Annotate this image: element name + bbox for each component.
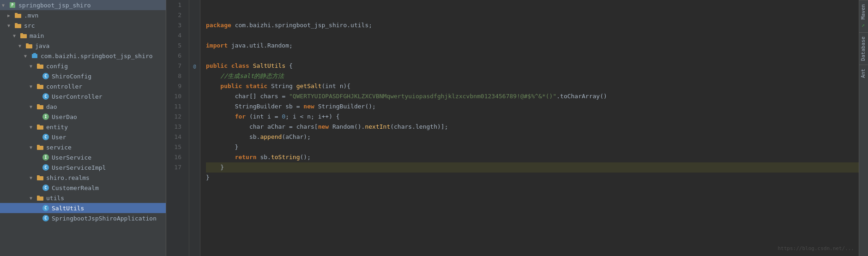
folder-icon-mvn <box>14 12 22 19</box>
ant-label: Ant <box>860 69 866 78</box>
svg-rect-15 <box>37 84 40 86</box>
gutter-cell-10 <box>189 91 200 101</box>
arrow-src: ▼ <box>7 23 14 28</box>
tree-item-SpringbootJspShiroApplication[interactable]: CSpringbootJspShiroApplication <box>0 213 166 223</box>
gutter-cell-17 <box>189 162 200 173</box>
tree-item-UserServiceImpl[interactable]: CUserServiceImpl <box>0 162 166 173</box>
folder-icon-main <box>19 32 28 39</box>
tree-item-ShiroConfig[interactable]: CShiroConfig <box>0 71 166 81</box>
tree-item-service[interactable]: ▼service <box>0 142 166 152</box>
svg-rect-21 <box>37 145 40 147</box>
class-i-icon-UserService: I <box>42 154 50 161</box>
class-c-icon-ShiroConfig: C <box>42 72 50 80</box>
tree-label-main: main <box>30 32 164 39</box>
code-line-5: public class SaltUtils { <box>206 61 859 71</box>
tree-label-SaltUtils: SaltUtils <box>52 205 164 212</box>
class-c-icon-UserServiceImpl: C <box>42 164 50 171</box>
tree-item-dao[interactable]: ▼dao <box>0 101 166 112</box>
folder-icon-dao <box>36 103 44 110</box>
package-icon-com_pkg <box>30 52 39 60</box>
code-line-3: import java.util.Random; <box>206 41 859 51</box>
folder-icon-entity <box>36 123 44 131</box>
code-line-13: } <box>206 142 859 152</box>
tree-label-springboot_jsp_shiro: springboot_jsp_shiro <box>18 2 164 9</box>
tree-label-shiro_realms: shiro.realms <box>46 174 164 181</box>
tree-item-entity[interactable]: ▼entity <box>0 122 166 132</box>
svg-rect-19 <box>37 125 40 126</box>
gutter-cell-12 <box>189 112 200 122</box>
tree-label-mvn: .mvn <box>24 12 164 19</box>
code-line-6: //生成salt的静态方法 <box>206 71 859 81</box>
tree-item-SaltUtils[interactable]: CSaltUtils <box>0 203 166 213</box>
folder-icon-config <box>36 62 44 70</box>
svg-rect-5 <box>15 23 18 25</box>
folder-icon-src <box>14 22 22 29</box>
line-number-13: 13 <box>166 122 185 132</box>
arrow-controller: ▼ <box>30 84 36 89</box>
tree-item-shiro_realms[interactable]: ▼shiro.realms <box>0 173 166 183</box>
tree-item-UserController[interactable]: CUserController <box>0 91 166 101</box>
arrow-service: ▼ <box>30 145 36 150</box>
arrow-entity: ▼ <box>30 125 36 130</box>
gutter-cell-3 <box>189 20 200 30</box>
gutter-cell-4 <box>189 30 200 41</box>
tree-item-UserService[interactable]: IUserService <box>0 152 166 162</box>
gutter-cell-9 <box>189 81 200 91</box>
project-icon-springboot_jsp_shiro: P <box>8 1 17 9</box>
tree-item-java[interactable]: ▼java <box>0 41 166 51</box>
svg-rect-3 <box>15 13 18 15</box>
gutter-cell-2 <box>189 10 200 20</box>
line-number-5: 5 <box>166 41 185 51</box>
tree-item-User[interactable]: CUser <box>0 132 166 142</box>
tree-item-main[interactable]: ▼main <box>0 30 166 41</box>
line-number-16: 16 <box>166 152 185 162</box>
line-number-17: 17 <box>166 162 185 173</box>
line-number-6: 6 <box>166 51 185 61</box>
arrow-dao: ▼ <box>30 104 36 109</box>
tree-label-entity: entity <box>46 124 164 131</box>
svg-rect-17 <box>37 104 40 106</box>
gutter-cell-1 <box>189 0 200 10</box>
gutter-cell-8 <box>189 71 200 81</box>
class-c-icon-User: C <box>42 133 50 141</box>
arrow-springboot_jsp_shiro: ▼ <box>2 3 8 8</box>
tree-item-springboot_jsp_shiro[interactable]: ▼Pspringboot_jsp_shiro <box>0 0 166 10</box>
tree-label-java: java <box>35 42 164 49</box>
gutter-cell-11 <box>189 101 200 112</box>
svg-rect-13 <box>37 64 40 65</box>
tree-item-config[interactable]: ▼config <box>0 61 166 71</box>
code-line-8: char[] chars = "QWERTYUIOPASDFGHJKLZXCVB… <box>206 91 859 101</box>
tree-label-UserDao: UserDao <box>52 113 164 120</box>
tree-item-UserDao[interactable]: IUserDao <box>0 112 166 122</box>
file-tree[interactable]: ▼Pspringboot_jsp_shiro▶.mvn▼src▼main▼jav… <box>0 0 166 256</box>
arrow-config: ▼ <box>30 64 36 69</box>
maven-tab[interactable]: ✓ Maven <box>859 0 868 32</box>
tree-item-src[interactable]: ▼src <box>0 20 166 30</box>
tree-label-dao: dao <box>46 103 164 110</box>
line-number-14: 14 <box>166 132 185 142</box>
arrow-com_pkg: ▼ <box>24 54 30 59</box>
tree-item-com_pkg[interactable]: ▼com.baizhi.springboot_jsp_shiro <box>0 51 166 61</box>
code-line-4 <box>206 51 859 61</box>
code-line-1: package com.baizhi.springboot_jsp_shiro.… <box>206 20 859 30</box>
line-number-10: 10 <box>166 91 185 101</box>
svg-rect-7 <box>20 33 23 35</box>
svg-rect-11 <box>33 53 36 55</box>
code-line-15: } <box>206 162 859 173</box>
code-line-14: return sb.toString(); <box>206 152 859 162</box>
line-number-11: 11 <box>166 101 185 112</box>
svg-text:P: P <box>12 3 14 7</box>
tree-item-CustomerRealm[interactable]: CCustomerRealm <box>0 183 166 193</box>
code-line-7: public static String getSalt(int n){ <box>206 81 859 91</box>
tree-item-controller[interactable]: ▼controller <box>0 81 166 91</box>
database-tab[interactable]: Database <box>859 32 868 65</box>
editor-panel: 1234567891011121314151617 @ package com.… <box>166 0 859 256</box>
code-line-2 <box>206 30 859 41</box>
code-line-16: } <box>206 173 859 183</box>
arrow-utils: ▼ <box>30 196 36 201</box>
class-c-icon-SaltUtils: C <box>42 204 50 212</box>
folder-icon-shiro_realms <box>36 174 44 181</box>
tree-item-utils[interactable]: ▼utils <box>0 193 166 203</box>
tree-item-mvn[interactable]: ▶.mvn <box>0 10 166 20</box>
ant-tab[interactable]: Ant <box>859 65 868 82</box>
